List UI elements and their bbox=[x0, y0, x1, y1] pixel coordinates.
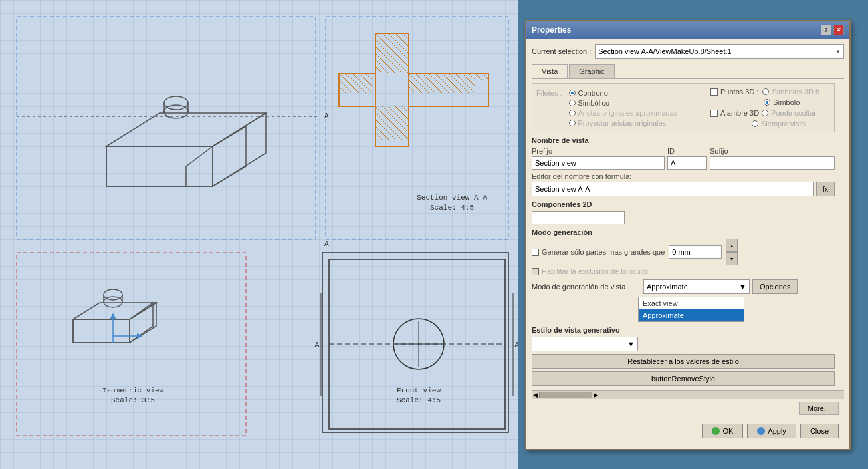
simbolo-radio[interactable] bbox=[764, 99, 770, 106]
svg-line-23 bbox=[376, 40, 382, 47]
formula-input[interactable] bbox=[532, 182, 814, 196]
filetes-controno[interactable]: Controno bbox=[569, 89, 678, 97]
tabs-row: Vista Graphic bbox=[532, 64, 844, 79]
panel-scroll-area[interactable]: Filetes : Controno Simbólico bbox=[532, 83, 844, 390]
puede-ocultar-radio[interactable]: Puede ocultar bbox=[762, 109, 816, 117]
scroll-left-btn[interactable]: ◀ bbox=[533, 392, 538, 398]
generar-checkbox[interactable] bbox=[532, 249, 539, 256]
svg-line-93 bbox=[359, 86, 366, 93]
estilo-vista-dropdown[interactable]: ▼ bbox=[532, 337, 638, 351]
svg-line-50 bbox=[422, 73, 429, 80]
siempre-visibl-radio[interactable]: Siempre visibl bbox=[752, 120, 806, 128]
svg-line-112 bbox=[389, 126, 395, 133]
properties-panel: Properties ? ✕ Current selection : Secti… bbox=[525, 20, 851, 450]
svg-line-63 bbox=[429, 80, 435, 86]
formula-fx-icon: fx bbox=[823, 186, 828, 193]
svg-line-29 bbox=[382, 47, 389, 53]
svg-line-30 bbox=[389, 47, 395, 53]
svg-marker-123 bbox=[73, 319, 130, 343]
svg-line-95 bbox=[376, 106, 382, 113]
remove-style-button[interactable]: buttonRemoveStyle bbox=[532, 371, 835, 386]
horizontal-scrollbar[interactable]: ◀ ▶ bbox=[532, 390, 844, 399]
filetes-proyectar-radio[interactable] bbox=[569, 120, 576, 126]
filetes-aristas-label: Aristas originales aproximadas bbox=[578, 109, 678, 117]
nombre-inputs bbox=[532, 156, 835, 170]
svg-line-87 bbox=[352, 80, 359, 86]
window-close-button[interactable]: ✕ bbox=[833, 25, 844, 35]
puede-ocultar-radio-btn[interactable] bbox=[762, 110, 768, 116]
current-selection-dropdown[interactable]: Section view A-A/ViewMakeUp.8/Sheet.1 ▼ bbox=[595, 44, 844, 59]
svg-text:A: A bbox=[324, 240, 329, 247]
simbolo-radio-item[interactable]: Símbolo bbox=[764, 98, 800, 106]
filetes-simbolico-radio[interactable] bbox=[569, 100, 576, 106]
svg-rect-1 bbox=[326, 17, 508, 239]
svg-line-66 bbox=[449, 80, 455, 86]
svg-line-104 bbox=[402, 113, 409, 120]
componentes2d-title: Componentes 2D bbox=[532, 200, 835, 208]
simbolos3d-radio[interactable] bbox=[762, 88, 769, 95]
close-button[interactable]: Close bbox=[800, 424, 839, 438]
puntos3d-label: Puntos 3D : bbox=[720, 88, 758, 96]
column-headers: Prefijo ID Sufijo bbox=[532, 147, 835, 155]
modo-vista-dropdown[interactable]: Approximate ▼ bbox=[643, 279, 750, 294]
option-approximate[interactable]: Approximate bbox=[639, 309, 744, 321]
filetes-proyectar[interactable]: Proyectar aristas originales bbox=[569, 119, 678, 127]
svg-line-42 bbox=[402, 60, 409, 67]
svg-line-80 bbox=[339, 73, 346, 80]
modo-vista-selected: Approximate bbox=[647, 283, 688, 291]
id-input[interactable] bbox=[667, 156, 707, 170]
filetes-aristas-radio[interactable] bbox=[569, 110, 576, 116]
puntos3d-checkbox-item[interactable]: Puntos 3D : bbox=[710, 88, 758, 96]
filetes-label: Filetes : bbox=[536, 89, 562, 97]
gen-checkbox-row: Generar sólo partes mas grandes que ▲ ▼ bbox=[532, 239, 835, 265]
spin-down-button[interactable]: ▼ bbox=[726, 252, 738, 265]
modo-vista-label: Modo de generación de vista bbox=[532, 283, 638, 291]
restablecer-button[interactable]: Restablecer a los valores de estilo bbox=[532, 354, 835, 369]
filetes-aristas[interactable]: Aristas originales aproximadas bbox=[569, 109, 678, 117]
sufijo-input[interactable] bbox=[710, 156, 835, 170]
gen-size-input[interactable] bbox=[669, 245, 722, 259]
svg-line-58 bbox=[475, 73, 482, 80]
filetes-radio-group: Controno Simbólico Aristas originales ap… bbox=[569, 89, 678, 127]
siempre-visibl-radio-btn[interactable] bbox=[752, 120, 758, 127]
svg-line-91 bbox=[346, 86, 352, 93]
svg-line-98 bbox=[395, 106, 402, 113]
col-id-header: ID bbox=[667, 147, 707, 155]
generar-checkbox-item[interactable]: Generar sólo partes mas grandes que bbox=[532, 248, 665, 256]
alambre3d-checkbox[interactable] bbox=[710, 110, 718, 117]
generar-label: Generar sólo partes mas grandes que bbox=[542, 248, 665, 256]
scrollbar-thumb[interactable] bbox=[539, 392, 592, 398]
formula-fx-button[interactable]: fx bbox=[816, 182, 835, 196]
svg-line-57 bbox=[469, 73, 475, 80]
ok-button[interactable]: OK bbox=[702, 424, 743, 438]
formula-row: fx bbox=[532, 182, 835, 196]
filetes-controno-radio[interactable] bbox=[569, 90, 576, 96]
svg-line-37 bbox=[402, 53, 409, 60]
svg-line-54 bbox=[449, 73, 455, 80]
filetes-simbolico[interactable]: Simbólico bbox=[569, 99, 678, 107]
componentes2d-input[interactable] bbox=[532, 211, 625, 224]
alambre3d-label: Alambre 3D bbox=[720, 109, 759, 117]
svg-line-40 bbox=[389, 60, 395, 67]
svg-line-89 bbox=[366, 80, 372, 86]
option-exact-view[interactable]: Exact view bbox=[639, 297, 744, 309]
alambre3d-checkbox-item[interactable]: Alambre 3D bbox=[710, 109, 759, 117]
svg-line-51 bbox=[429, 73, 435, 80]
tab-graphic[interactable]: Graphic bbox=[569, 64, 615, 78]
help-button[interactable]: ? bbox=[821, 25, 831, 35]
puntos3d-checkbox[interactable] bbox=[710, 88, 718, 96]
tab-vista[interactable]: Vista bbox=[532, 64, 568, 78]
estilo-buttons: Restablecer a los valores de estilo butt… bbox=[532, 354, 835, 386]
spin-up-button[interactable]: ▲ bbox=[726, 239, 738, 252]
prefijo-input[interactable] bbox=[532, 156, 665, 170]
svg-line-78 bbox=[462, 86, 469, 93]
svg-line-68 bbox=[462, 80, 469, 86]
more-button[interactable]: More... bbox=[799, 402, 839, 415]
habilitar-label: Habilitar la exclusión de lo oculto bbox=[542, 267, 648, 275]
apply-button[interactable]: Apply bbox=[747, 424, 796, 438]
svg-line-117 bbox=[389, 133, 395, 140]
svg-line-69 bbox=[469, 80, 475, 86]
scroll-right-btn[interactable]: ▶ bbox=[594, 392, 598, 398]
opciones-button[interactable]: Opciones bbox=[752, 279, 798, 294]
svg-line-28 bbox=[376, 47, 382, 53]
